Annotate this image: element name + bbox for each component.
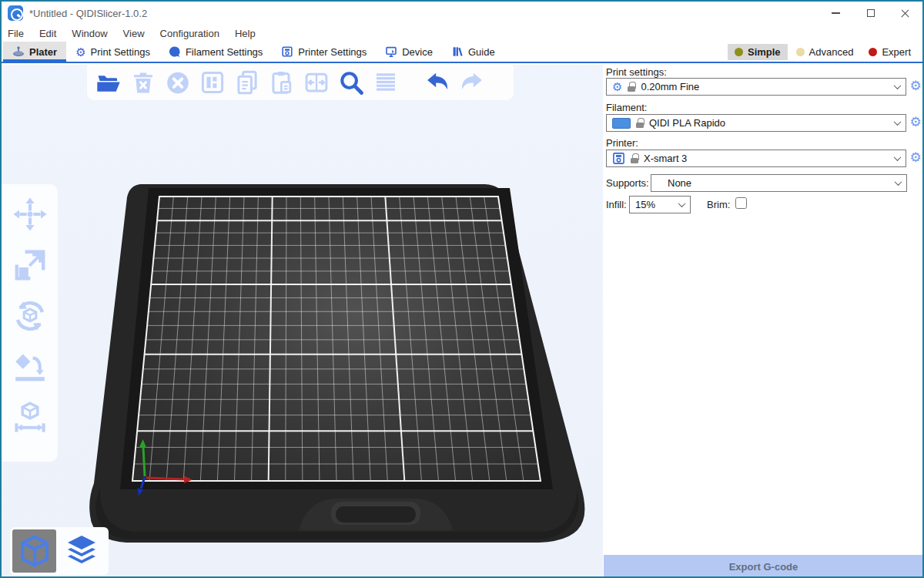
mode-simple[interactable]: Simple xyxy=(728,44,788,60)
view-toggles xyxy=(10,527,109,575)
split-objects-button[interactable] xyxy=(303,69,330,96)
infill-value: 15% xyxy=(635,199,655,210)
search-button[interactable] xyxy=(337,69,365,96)
print-bed-3d[interactable] xyxy=(2,65,603,578)
maximize-button[interactable] xyxy=(853,2,888,25)
menu-window[interactable]: Window xyxy=(64,26,115,41)
lock-icon xyxy=(631,153,638,163)
window-title: *Untitled - QIDISlicer-1.0.2 xyxy=(29,8,147,19)
supports-label: Supports: xyxy=(606,177,649,189)
redo-button[interactable] xyxy=(458,69,486,96)
place-on-face-tool-button[interactable] xyxy=(11,348,49,386)
close-icon xyxy=(900,8,910,18)
tab-device[interactable]: Device xyxy=(376,42,442,62)
delete-all-button[interactable] xyxy=(164,69,192,96)
open-button[interactable] xyxy=(95,69,122,96)
tab-printer-settings[interactable]: Printer Settings xyxy=(272,42,376,62)
redo-icon xyxy=(458,69,486,96)
mode-advanced[interactable]: Advanced xyxy=(789,44,861,60)
filament-label: Filament: xyxy=(606,102,647,113)
search-icon xyxy=(337,69,365,96)
left-toolbar xyxy=(2,184,58,462)
printer-value: X-smart 3 xyxy=(644,153,687,164)
lock-icon xyxy=(636,118,644,128)
rotate-tool-button[interactable] xyxy=(11,297,49,335)
filament-value: QIDI PLA Rapido xyxy=(649,117,725,129)
mode-expert[interactable]: Expert xyxy=(862,44,918,60)
mode-switcher: Simple Advanced Expert xyxy=(728,42,922,62)
infill-label: Infill: xyxy=(606,199,627,210)
print-profile-gear-icon: ⚙ xyxy=(612,81,622,92)
undo-button[interactable] xyxy=(424,69,451,96)
print-settings-combo[interactable]: ⚙ 0.20mm Fine xyxy=(606,78,906,96)
titlebar: *Untitled - QIDISlicer-1.0.2 xyxy=(2,2,922,25)
filament-color-swatch xyxy=(612,118,631,129)
export-gcode-button[interactable]: Export G-code xyxy=(604,555,923,578)
move-tool-button[interactable] xyxy=(11,195,49,234)
print-settings-icon: ⚙ xyxy=(75,46,85,58)
close-button[interactable] xyxy=(888,2,922,25)
copy-button[interactable] xyxy=(233,69,261,96)
delete-button[interactable] xyxy=(129,69,157,96)
mode-label: Advanced xyxy=(809,46,854,58)
delete-icon xyxy=(129,69,157,96)
app-logo-icon xyxy=(8,5,23,21)
menu-view[interactable]: View xyxy=(116,26,152,41)
open-folder-icon xyxy=(95,69,122,96)
undo-icon xyxy=(424,69,451,96)
printer-gear-button[interactable]: ⚙ xyxy=(909,151,922,165)
tab-print-settings[interactable]: ⚙ Print Settings xyxy=(66,42,159,62)
settings-sidebar: Print settings: ⚙ 0.20mm Fine ⚙ Filament… xyxy=(603,65,924,578)
menu-help[interactable]: Help xyxy=(227,26,263,41)
tab-filament-settings[interactable]: Filament Settings xyxy=(159,42,272,62)
tab-label: Print Settings xyxy=(91,46,150,58)
tab-guide[interactable]: Guide xyxy=(442,42,504,62)
filament-icon xyxy=(169,45,181,58)
menu-configuration[interactable]: Configuration xyxy=(152,26,227,41)
tab-label: Plater xyxy=(29,46,57,58)
supports-value: None xyxy=(657,177,691,189)
filament-combo[interactable]: QIDI PLA Rapido xyxy=(606,114,906,132)
maximize-icon xyxy=(867,9,875,17)
tab-plater[interactable]: Plater xyxy=(3,42,66,62)
supports-combo[interactable]: None xyxy=(651,174,907,192)
chevron-down-icon xyxy=(894,153,902,161)
preview-view-button[interactable] xyxy=(59,529,103,573)
rotate-icon xyxy=(12,297,49,334)
plater-icon xyxy=(12,45,25,58)
menu-file[interactable]: File xyxy=(8,26,32,41)
simple-mode-dot-icon xyxy=(735,48,743,56)
viewport-3d[interactable] xyxy=(2,65,603,578)
measure-icon xyxy=(12,399,49,436)
chevron-down-icon xyxy=(895,178,902,186)
scale-icon xyxy=(12,247,49,284)
minimize-button[interactable] xyxy=(819,2,853,25)
print-settings-value: 0.20mm Fine xyxy=(641,81,699,92)
printer-combo[interactable]: X-smart 3 xyxy=(606,150,906,167)
tab-label: Device xyxy=(402,46,433,58)
variable-layer-height-button[interactable] xyxy=(372,69,400,96)
chevron-down-icon xyxy=(894,82,902,89)
editor-view-button[interactable] xyxy=(12,529,56,573)
brim-label: Brim: xyxy=(707,199,730,210)
brim-checkbox[interactable] xyxy=(735,197,747,209)
paste-button[interactable] xyxy=(268,69,296,96)
main-area: Print settings: ⚙ 0.20mm Fine ⚙ Filament… xyxy=(2,65,922,576)
preview-layers-icon xyxy=(64,533,99,569)
window-controls xyxy=(819,2,922,25)
chevron-down-icon xyxy=(894,118,902,126)
tabbar: Plater ⚙ Print Settings Filament Setting… xyxy=(2,42,922,63)
measure-tool-button[interactable] xyxy=(11,398,49,437)
minimize-icon xyxy=(832,12,840,14)
expert-mode-dot-icon xyxy=(869,48,877,56)
arrange-button[interactable] xyxy=(199,69,226,96)
bed-plate xyxy=(132,197,541,481)
print-settings-label: Print settings: xyxy=(606,66,667,78)
chevron-down-icon xyxy=(678,200,686,207)
menu-edit[interactable]: Edit xyxy=(32,26,64,41)
tab-label: Guide xyxy=(468,46,495,58)
infill-combo[interactable]: 15% xyxy=(629,196,691,213)
scale-tool-button[interactable] xyxy=(11,246,49,284)
print-settings-gear-button[interactable]: ⚙ xyxy=(909,79,922,93)
filament-gear-button[interactable]: ⚙ xyxy=(909,116,922,129)
